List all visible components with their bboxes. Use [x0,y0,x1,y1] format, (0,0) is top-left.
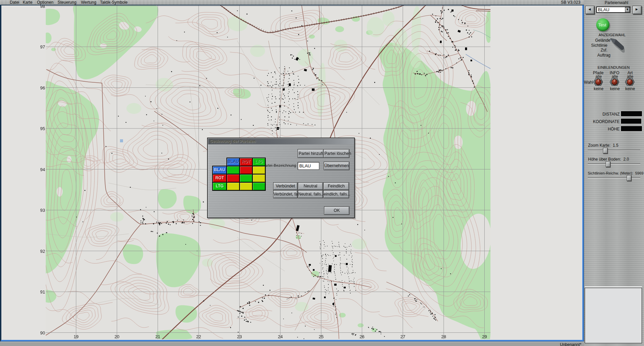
svg-text:92: 92 [40,249,45,254]
svg-text:96: 96 [40,85,45,90]
svg-text:25: 25 [319,334,323,339]
svg-text:29: 29 [482,334,487,339]
svg-text:22: 22 [196,334,201,339]
svg-text:94: 94 [40,167,45,172]
svg-text:21: 21 [155,334,160,339]
svg-text:24: 24 [278,334,283,339]
svg-text:98: 98 [40,5,45,9]
svg-text:28: 28 [441,334,446,339]
svg-text:95: 95 [40,126,45,131]
svg-text:27: 27 [400,334,405,339]
svg-text:26: 26 [360,334,364,339]
svg-text:91: 91 [40,289,45,294]
svg-text:93: 93 [40,208,45,213]
svg-text:97: 97 [40,44,45,49]
svg-text:90: 90 [40,330,45,335]
svg-text:23: 23 [237,334,242,339]
svg-text:20: 20 [115,334,119,339]
svg-text:19: 19 [74,334,78,339]
